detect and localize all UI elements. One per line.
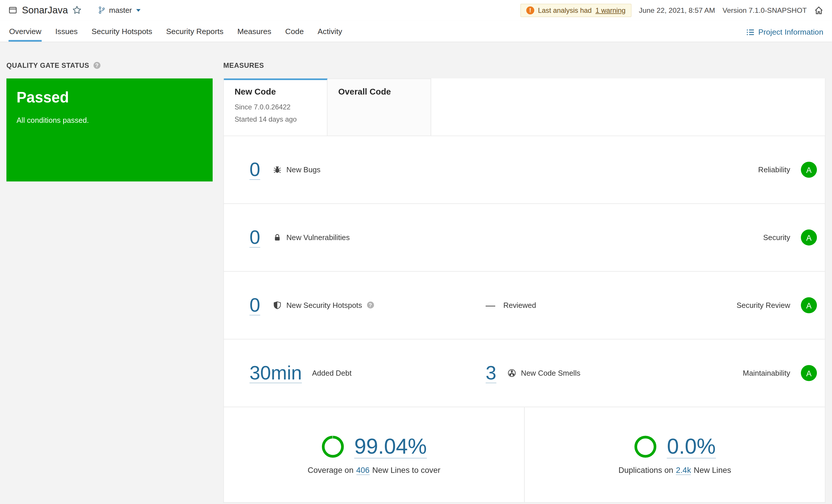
- project-header: SonarJava master: [0, 0, 832, 20]
- overall-code-tab-label: Overall Code: [338, 87, 420, 96]
- lock-icon: [273, 233, 281, 242]
- branch-name: master: [109, 6, 132, 14]
- coverage-cell: 99.04% Coverage on 406 New Lines to cove…: [224, 407, 524, 502]
- project-title: SonarJava: [22, 5, 68, 16]
- version-label: Version 7.1.0-SNAPSHOT: [723, 6, 807, 14]
- security-review-label: Security Review: [736, 301, 790, 309]
- tab-code[interactable]: Code: [285, 22, 304, 41]
- measure-row-security-review: 0 New Security Hotspots ? — Reviewed: [224, 272, 825, 340]
- new-bugs-label: New Bugs: [286, 166, 320, 174]
- new-code-smells-label: New Code Smells: [521, 369, 580, 377]
- measures-panel: New Code Since 7.0.0.26422 Started 14 da…: [224, 79, 826, 503]
- added-debt-label: Added Debt: [312, 369, 352, 377]
- duplications-lines-link[interactable]: 2.4k: [676, 465, 691, 475]
- home-icon[interactable]: [814, 5, 823, 15]
- app-window: SonarJava master: [0, 0, 832, 504]
- tab-activity[interactable]: Activity: [317, 22, 343, 41]
- branch-icon: [98, 6, 106, 14]
- new-code-started: Started 14 days ago: [235, 113, 316, 126]
- coverage-percent[interactable]: 99.04%: [354, 435, 427, 458]
- coverage-gauge-line: 99.04%: [321, 435, 427, 458]
- header-meta: ! Last analysis had 1 warning June 22, 2…: [520, 3, 823, 17]
- warning-icon: !: [526, 6, 534, 14]
- tab-overall-code[interactable]: Overall Code: [328, 79, 431, 136]
- bug-icon: [273, 166, 281, 174]
- security-review-rating-group: Security Review A: [736, 298, 817, 313]
- measure-row-reliability: 0: [224, 136, 825, 204]
- new-hotspots-measure: 0 New Security Hotspots ?: [250, 295, 486, 315]
- tab-measures[interactable]: Measures: [237, 22, 272, 41]
- security-review-rating-badge[interactable]: A: [801, 298, 817, 313]
- favorite-star-icon[interactable]: [72, 5, 82, 15]
- new-hotspots-count[interactable]: 0: [250, 295, 260, 315]
- shield-icon: [273, 301, 281, 309]
- new-code-smells-measure: 3 New Code Smells: [486, 363, 580, 383]
- quality-gate-status: Passed: [17, 88, 203, 107]
- coverage-prefix: Coverage on: [308, 465, 354, 474]
- quality-gate-subtitle: All conditions passed.: [17, 115, 203, 124]
- reliability-label: Reliability: [758, 166, 790, 174]
- quality-gate-title-row: QUALITY GATE STATUS ?: [6, 61, 213, 69]
- new-bugs-measure: 0: [250, 160, 486, 180]
- maintainability-rating-group: Maintainability A: [743, 365, 817, 381]
- coverage-suffix: New Lines to cover: [372, 465, 440, 474]
- security-rating-badge[interactable]: A: [801, 230, 817, 246]
- reliability-rating-badge[interactable]: A: [801, 162, 817, 178]
- added-debt-measure: 30min Added Debt: [250, 363, 486, 383]
- tab-security-hotspots[interactable]: Security Hotspots: [91, 22, 153, 41]
- project-information-label: Project Information: [758, 28, 823, 36]
- reviewed-value: —: [486, 300, 495, 311]
- tab-security-reports[interactable]: Security Reports: [166, 22, 224, 41]
- chevron-down-icon: [136, 9, 140, 11]
- code-smell-icon: [508, 369, 516, 377]
- new-code-since: Since 7.0.0.26422: [235, 101, 316, 113]
- measures-title-row: MEASURES: [224, 61, 826, 69]
- measure-row-security: 0 New Vulnerabilities Security A: [224, 204, 825, 272]
- reviewed-measure: — Reviewed: [486, 300, 536, 311]
- coverage-lines-link[interactable]: 406: [356, 465, 370, 475]
- quality-gate-status-card: Passed All conditions passed.: [6, 79, 213, 181]
- quality-gate-help-icon[interactable]: ?: [94, 62, 101, 69]
- overview-content: QUALITY GATE STATUS ? Passed All conditi…: [0, 42, 832, 503]
- new-vulnerabilities-count[interactable]: 0: [250, 227, 260, 248]
- duplications-gauge-line: 0.0%: [634, 435, 716, 458]
- new-hotspots-label: New Security Hotspots: [286, 301, 362, 309]
- tab-strip-filler: [431, 79, 825, 136]
- maintainability-rating-badge[interactable]: A: [801, 365, 817, 381]
- code-scope-tabs: New Code Since 7.0.0.26422 Started 14 da…: [224, 79, 825, 136]
- project-nav: Overview Issues Security Hotspots Securi…: [0, 20, 832, 42]
- branch-selector[interactable]: master: [98, 6, 140, 14]
- new-code-tab-label: New Code: [235, 87, 316, 96]
- warning-link[interactable]: 1 warning: [595, 6, 625, 14]
- coverage-duplications-row: 99.04% Coverage on 406 New Lines to cove…: [224, 407, 825, 502]
- duplications-caption: Duplications on 2.4k New Lines: [619, 465, 731, 475]
- quality-gate-section: QUALITY GATE STATUS ? Passed All conditi…: [6, 61, 213, 503]
- tab-new-code[interactable]: New Code Since 7.0.0.26422 Started 14 da…: [224, 79, 328, 136]
- list-menu-icon: [747, 28, 755, 36]
- measures-title: MEASURES: [224, 61, 264, 69]
- new-bugs-count[interactable]: 0: [250, 160, 260, 180]
- measure-row-maintainability: 30min Added Debt 3: [224, 339, 825, 407]
- duplications-cell: 0.0% Duplications on 2.4k New Lines: [524, 407, 825, 502]
- quality-gate-title: QUALITY GATE STATUS: [6, 61, 89, 69]
- tab-overview[interactable]: Overview: [8, 22, 42, 41]
- coverage-gauge-icon: [321, 435, 345, 458]
- analysis-warning-banner: ! Last analysis had 1 warning: [520, 3, 631, 17]
- hotspots-help-icon[interactable]: ?: [367, 302, 374, 309]
- added-debt-value[interactable]: 30min: [250, 363, 302, 383]
- project-icon: [8, 6, 17, 14]
- new-code-smells-count[interactable]: 3: [486, 363, 496, 383]
- new-vulnerabilities-label: New Vulnerabilities: [286, 233, 349, 242]
- reviewed-label: Reviewed: [503, 301, 536, 309]
- reliability-rating-group: Reliability A: [758, 162, 817, 178]
- maintainability-label: Maintainability: [743, 369, 790, 377]
- duplications-percent[interactable]: 0.0%: [667, 435, 716, 458]
- duplications-prefix: Duplications on: [619, 465, 673, 474]
- duplications-gauge-icon: [634, 435, 657, 458]
- new-code-tab-subtitle: Since 7.0.0.26422 Started 14 days ago: [235, 101, 316, 125]
- security-rating-group: Security A: [763, 230, 817, 246]
- project-information-button[interactable]: Project Information: [747, 28, 824, 41]
- tab-issues[interactable]: Issues: [55, 22, 78, 41]
- analysis-date: June 22, 2021, 8:57 AM: [639, 6, 715, 14]
- duplications-suffix: New Lines: [694, 465, 731, 474]
